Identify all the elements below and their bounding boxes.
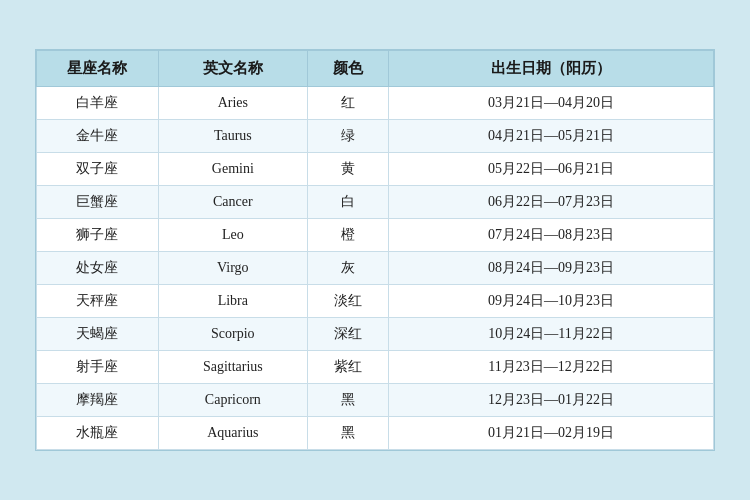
cell-color: 灰	[307, 252, 388, 285]
cell-chinese: 天秤座	[37, 285, 159, 318]
table-header-row: 星座名称 英文名称 颜色 出生日期（阳历）	[37, 51, 714, 87]
cell-date: 07月24日—08月23日	[389, 219, 714, 252]
cell-english: Libra	[158, 285, 307, 318]
cell-date: 04月21日—05月21日	[389, 120, 714, 153]
cell-color: 白	[307, 186, 388, 219]
table-row: 水瓶座Aquarius黑01月21日—02月19日	[37, 417, 714, 450]
cell-color: 红	[307, 87, 388, 120]
cell-english: Capricorn	[158, 384, 307, 417]
table-row: 金牛座Taurus绿04月21日—05月21日	[37, 120, 714, 153]
cell-date: 11月23日—12月22日	[389, 351, 714, 384]
cell-chinese: 金牛座	[37, 120, 159, 153]
cell-color: 绿	[307, 120, 388, 153]
cell-color: 橙	[307, 219, 388, 252]
table-row: 巨蟹座Cancer白06月22日—07月23日	[37, 186, 714, 219]
cell-chinese: 水瓶座	[37, 417, 159, 450]
table-row: 射手座Sagittarius紫红11月23日—12月22日	[37, 351, 714, 384]
cell-color: 紫红	[307, 351, 388, 384]
cell-color: 黑	[307, 417, 388, 450]
cell-chinese: 巨蟹座	[37, 186, 159, 219]
header-color: 颜色	[307, 51, 388, 87]
cell-chinese: 处女座	[37, 252, 159, 285]
cell-english: Virgo	[158, 252, 307, 285]
cell-date: 10月24日—11月22日	[389, 318, 714, 351]
cell-english: Aries	[158, 87, 307, 120]
cell-chinese: 天蝎座	[37, 318, 159, 351]
zodiac-table: 星座名称 英文名称 颜色 出生日期（阳历） 白羊座Aries红03月21日—04…	[35, 49, 715, 451]
cell-date: 09月24日—10月23日	[389, 285, 714, 318]
cell-date: 12月23日—01月22日	[389, 384, 714, 417]
header-english: 英文名称	[158, 51, 307, 87]
table-row: 双子座Gemini黄05月22日—06月21日	[37, 153, 714, 186]
cell-chinese: 白羊座	[37, 87, 159, 120]
cell-chinese: 摩羯座	[37, 384, 159, 417]
cell-english: Aquarius	[158, 417, 307, 450]
header-date: 出生日期（阳历）	[389, 51, 714, 87]
cell-color: 淡红	[307, 285, 388, 318]
table-row: 天秤座Libra淡红09月24日—10月23日	[37, 285, 714, 318]
cell-english: Cancer	[158, 186, 307, 219]
table-row: 白羊座Aries红03月21日—04月20日	[37, 87, 714, 120]
table-row: 处女座Virgo灰08月24日—09月23日	[37, 252, 714, 285]
cell-date: 06月22日—07月23日	[389, 186, 714, 219]
cell-date: 05月22日—06月21日	[389, 153, 714, 186]
cell-date: 08月24日—09月23日	[389, 252, 714, 285]
cell-english: Scorpio	[158, 318, 307, 351]
table-row: 摩羯座Capricorn黑12月23日—01月22日	[37, 384, 714, 417]
cell-english: Gemini	[158, 153, 307, 186]
table-row: 天蝎座Scorpio深红10月24日—11月22日	[37, 318, 714, 351]
cell-date: 03月21日—04月20日	[389, 87, 714, 120]
cell-english: Taurus	[158, 120, 307, 153]
cell-chinese: 狮子座	[37, 219, 159, 252]
cell-chinese: 射手座	[37, 351, 159, 384]
header-chinese: 星座名称	[37, 51, 159, 87]
cell-english: Sagittarius	[158, 351, 307, 384]
cell-date: 01月21日—02月19日	[389, 417, 714, 450]
cell-chinese: 双子座	[37, 153, 159, 186]
table-row: 狮子座Leo橙07月24日—08月23日	[37, 219, 714, 252]
cell-english: Leo	[158, 219, 307, 252]
cell-color: 深红	[307, 318, 388, 351]
cell-color: 黑	[307, 384, 388, 417]
cell-color: 黄	[307, 153, 388, 186]
